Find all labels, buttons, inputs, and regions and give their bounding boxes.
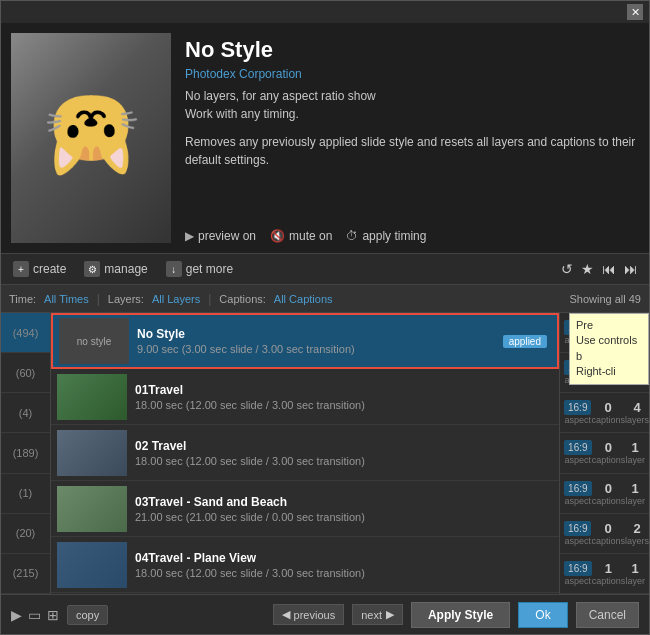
nav-icons: ↺ ★ ⏮ ⏭ <box>558 259 641 279</box>
item-name-4: 04Travel - Plane View <box>135 551 553 565</box>
item-name-0: No Style <box>137 327 495 341</box>
count-column: (494) (60) (4) (189) (1) (20) (215) <box>1 313 51 594</box>
item-name-3: 03Travel - Sand and Beach <box>135 495 553 509</box>
item-thumbnail-3 <box>57 486 127 532</box>
style-desc1: No layers, for any aspect ratio show Wor… <box>185 87 639 123</box>
item-duration-1: 18.00 sec (12.00 sec slide / 3.00 sec tr… <box>135 399 553 411</box>
next-arrow-icon: ▶ <box>386 608 394 621</box>
slide-icon-button[interactable]: ▭ <box>28 607 41 623</box>
list-item[interactable]: 01Travel 18.00 sec (12.00 sec slide / 3.… <box>51 369 559 425</box>
count-item-3: (189) <box>1 433 50 473</box>
filter-bar: Time: All Times | Layers: All Layers | C… <box>1 285 649 313</box>
get-more-button[interactable]: ↓ get more <box>162 259 237 279</box>
count-item-4: (1) <box>1 474 50 514</box>
style-author: Photodex Corporation <box>185 67 639 81</box>
preview-info: No Style Photodex Corporation No layers,… <box>185 33 639 243</box>
count-item-0: (494) <box>1 313 50 353</box>
item-info-2: 02 Travel 18.00 sec (12.00 sec slide / 3… <box>135 439 553 467</box>
count-item-5: (20) <box>1 514 50 554</box>
list-item[interactable]: 05Travel - Martini Relaxation 10.00 sec … <box>51 593 559 594</box>
count-item-1: (60) <box>1 353 50 393</box>
item-thumbnail-2 <box>57 430 127 476</box>
previous-button[interactable]: ◀ previous <box>273 604 345 625</box>
preview-area: No Style Photodex Corporation No layers,… <box>1 23 649 253</box>
prev-nav-button[interactable]: ⏮ <box>599 259 619 279</box>
count-item-6: (215) <box>1 554 50 594</box>
sep1: | <box>97 292 100 306</box>
ok-button[interactable]: Ok <box>518 602 567 628</box>
list-item[interactable]: no style No Style 9.00 sec (3.00 sec sli… <box>51 313 559 369</box>
toolbar: + create ⚙ manage ↓ get more ↺ ★ ⏮ ⏭ <box>1 253 649 285</box>
layers-label: Layers: <box>108 293 144 305</box>
tooltip-line3: Right-cli <box>576 364 642 379</box>
item-thumbnail-4 <box>57 542 127 588</box>
refresh-button[interactable]: ↺ <box>558 259 576 279</box>
star-button[interactable]: ★ <box>578 259 597 279</box>
style-desc2: Removes any previously applied slide sty… <box>185 133 639 169</box>
item-info-0: No Style 9.00 sec (3.00 sec slide / 3.00… <box>137 327 495 355</box>
item-thumbnail-0: no style <box>59 318 129 364</box>
style-title: No Style <box>185 37 639 63</box>
preview-on-button[interactable]: ▶ preview on <box>185 229 256 243</box>
bottom-bar: ▶ ▭ ⊞ copy ◀ previous next ▶ Apply Style… <box>1 594 649 634</box>
style-list[interactable]: no style No Style 9.00 sec (3.00 sec sli… <box>51 313 559 594</box>
time-filter[interactable]: All Times <box>44 293 89 305</box>
download-icon: ↓ <box>166 261 182 277</box>
item-info-4: 04Travel - Plane View 18.00 sec (12.00 s… <box>135 551 553 579</box>
item-duration-4: 18.00 sec (12.00 sec slide / 3.00 sec tr… <box>135 567 553 579</box>
clock-icon: ⏱ <box>346 229 358 243</box>
captions-label: Captions: <box>219 293 265 305</box>
item-info-3: 03Travel - Sand and Beach 21.00 sec (21.… <box>135 495 553 523</box>
item-thumbnail-1 <box>57 374 127 420</box>
item-info-1: 01Travel 18.00 sec (12.00 sec slide / 3.… <box>135 383 553 411</box>
main-window: ✕ No Style Photodex Corporation No layer… <box>0 0 650 635</box>
manage-button[interactable]: ⚙ manage <box>80 259 151 279</box>
mute-icon: 🔇 <box>270 229 285 243</box>
list-item[interactable]: 03Travel - Sand and Beach 21.00 sec (21.… <box>51 481 559 537</box>
meta-item-6: 16:9 aspect 1 captions 1 layer <box>560 554 649 594</box>
title-bar: ✕ <box>1 1 649 23</box>
list-area: (494) (60) (4) (189) (1) (20) (215) no s… <box>1 313 649 594</box>
cat-thumbnail <box>11 33 171 243</box>
time-label: Time: <box>9 293 36 305</box>
captions-filter[interactable]: All Captions <box>274 293 333 305</box>
tooltip-line1: Pre <box>576 318 642 333</box>
next-nav-button[interactable]: ⏭ <box>621 259 641 279</box>
preview-image <box>11 33 171 243</box>
showing-count: Showing all 49 <box>569 293 641 305</box>
close-button[interactable]: ✕ <box>627 4 643 20</box>
copy-button[interactable]: copy <box>67 605 108 625</box>
meta-item-5: 16:9 aspect 0 captions 2 layers <box>560 514 649 554</box>
meta-item-3: 16:9 aspect 0 captions 1 layer <box>560 433 649 473</box>
tooltip: Pre Use controls b Right-cli <box>569 313 649 385</box>
create-button[interactable]: + create <box>9 259 70 279</box>
apply-timing-button[interactable]: ⏱ apply timing <box>346 229 426 243</box>
apply-style-button[interactable]: Apply Style <box>411 602 510 628</box>
next-button[interactable]: next ▶ <box>352 604 403 625</box>
prev-arrow-icon: ◀ <box>282 608 290 621</box>
list-item[interactable]: 02 Travel 18.00 sec (12.00 sec slide / 3… <box>51 425 559 481</box>
create-icon: + <box>13 261 29 277</box>
bottom-icons: ▶ ▭ ⊞ <box>11 607 59 623</box>
meta-item-4: 16:9 aspect 0 captions 1 layer <box>560 474 649 514</box>
item-duration-2: 18.00 sec (12.00 sec slide / 3.00 sec tr… <box>135 455 553 467</box>
play-bottom-button[interactable]: ▶ <box>11 607 22 623</box>
window-icon-button[interactable]: ⊞ <box>47 607 59 623</box>
item-name-1: 01Travel <box>135 383 553 397</box>
item-duration-0: 9.00 sec (3.00 sec slide / 3.00 sec tran… <box>137 343 495 355</box>
layers-filter[interactable]: All Layers <box>152 293 200 305</box>
play-icon: ▶ <box>185 229 194 243</box>
applied-badge: applied <box>503 335 547 348</box>
mute-button[interactable]: 🔇 mute on <box>270 229 332 243</box>
sep2: | <box>208 292 211 306</box>
manage-icon: ⚙ <box>84 261 100 277</box>
cancel-button[interactable]: Cancel <box>576 602 639 628</box>
tooltip-line2: Use controls b <box>576 333 642 364</box>
count-item-2: (4) <box>1 393 50 433</box>
item-name-2: 02 Travel <box>135 439 553 453</box>
meta-item-2: 16:9 aspect 0 captions 4 layers <box>560 393 649 433</box>
preview-controls: ▶ preview on 🔇 mute on ⏱ apply timing <box>185 221 639 243</box>
list-item[interactable]: 04Travel - Plane View 18.00 sec (12.00 s… <box>51 537 559 593</box>
item-duration-3: 21.00 sec (21.00 sec slide / 0.00 sec tr… <box>135 511 553 523</box>
